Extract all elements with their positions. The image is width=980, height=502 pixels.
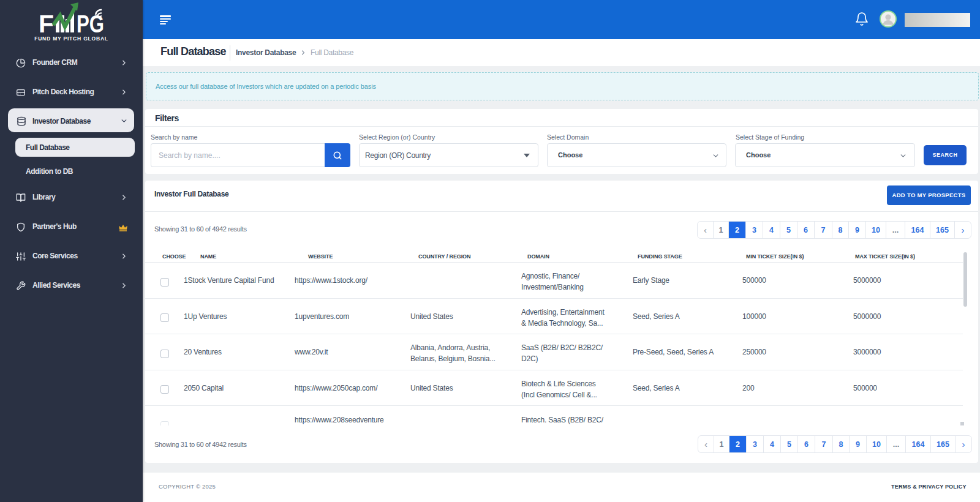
svg-text:F: F [39,10,54,34]
